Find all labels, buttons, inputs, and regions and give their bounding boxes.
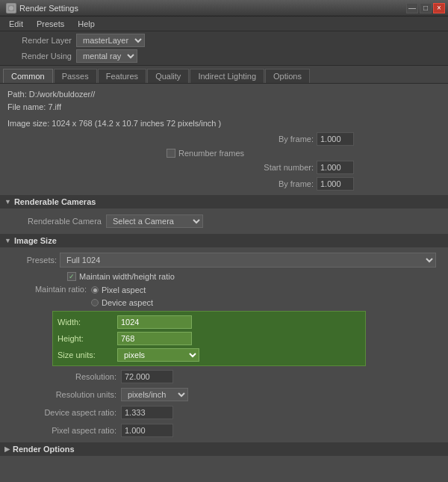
size-units-select[interactable]: pixels	[117, 348, 199, 362]
device-aspect-radio[interactable]	[91, 299, 99, 306]
width-input[interactable]	[117, 315, 192, 329]
resolution-input[interactable]	[121, 370, 173, 383]
maintain-ratio-label2: Maintain ratio:	[12, 285, 87, 294]
device-aspect-ratio-label: Device aspect ratio:	[12, 408, 116, 417]
filename-line: File name: 7.iff	[7, 101, 441, 114]
height-row: Height:	[57, 330, 361, 347]
renumber-frames-label: Renumber frames	[178, 149, 244, 158]
app-icon	[6, 3, 16, 13]
presets-label: Presets:	[12, 256, 57, 265]
tab-passes[interactable]: Passes	[54, 69, 97, 83]
scroll-area[interactable]: Path: D:/work/buldozer// File name: 7.if…	[0, 84, 448, 482]
device-aspect-row: Device aspect	[91, 297, 153, 308]
device-aspect-ratio-row: Device aspect ratio:	[7, 404, 441, 421]
tab-quality[interactable]: Quality	[147, 69, 189, 83]
renderable-camera-select[interactable]: Select a Camera	[106, 214, 203, 228]
render-layer-row: Render Layer masterLayer	[4, 34, 444, 47]
image-size-info: Image size: 1024 x 768 (14.2 x 10.7 inch…	[7, 119, 441, 128]
minimize-button[interactable]: —	[406, 3, 418, 13]
resolution-units-label: Resolution units:	[12, 390, 116, 399]
maximize-button[interactable]: □	[420, 3, 432, 13]
image-size-label: Image Size	[14, 236, 57, 245]
render-options-arrow: ▶	[4, 445, 10, 453]
width-row: Width:	[57, 314, 361, 330]
svg-point-1	[9, 6, 13, 10]
menu-help[interactable]: Help	[72, 18, 101, 30]
tab-options[interactable]: Options	[265, 69, 310, 83]
resolution-units-select[interactable]: pixels/inch	[121, 388, 188, 401]
renderable-camera-row: Renderable Camera Select a Camera	[7, 211, 441, 231]
device-aspect-ratio-input[interactable]	[121, 406, 173, 419]
title-bar: Render Settings — □ ×	[0, 0, 448, 16]
pixel-aspect-ratio-row: Pixel aspect ratio:	[7, 421, 441, 439]
height-label: Height:	[57, 334, 117, 343]
tab-common[interactable]: Common	[3, 69, 53, 83]
green-section: Width: Height: Size units: pixels	[52, 311, 366, 366]
by-frame-label: By frame:	[261, 135, 314, 143]
renderable-cameras-arrow: ▼	[4, 198, 11, 206]
pixel-aspect-label: Pixel aspect	[102, 285, 146, 294]
render-using-select[interactable]: mental ray	[76, 49, 137, 63]
size-units-row: Size units: pixels	[57, 347, 361, 363]
render-using-label: Render Using	[4, 52, 72, 61]
tabs-container: Common Passes Features Quality Indirect …	[0, 66, 448, 84]
device-aspect-label: Device aspect	[102, 298, 153, 307]
image-size-header[interactable]: ▼ Image Size	[0, 234, 448, 247]
maintain-ratio-checkbox[interactable]: ✓	[67, 272, 76, 281]
tab-indirect-lighting[interactable]: Indirect Lighting	[190, 69, 264, 83]
width-label: Width:	[57, 318, 117, 327]
render-layer-select[interactable]: masterLayer	[76, 34, 145, 47]
resolution-label: Resolution:	[12, 372, 116, 381]
renderable-cameras-header[interactable]: ▼ Renderable Cameras	[0, 195, 448, 208]
renderable-camera-label: Renderable Camera	[12, 217, 102, 226]
render-layer-label: Render Layer	[4, 36, 72, 45]
title-buttons: — □ ×	[406, 3, 445, 13]
path-info: Path: D:/work/buldozer// File name: 7.if…	[7, 88, 441, 113]
path-line: Path: D:/work/buldozer//	[7, 88, 441, 101]
window-title: Render Settings	[19, 4, 78, 13]
menu-presets[interactable]: Presets	[31, 18, 70, 30]
height-input[interactable]	[117, 332, 192, 345]
by-frame-input[interactable]	[317, 132, 354, 146]
by-frame-row: By frame:	[7, 131, 358, 147]
image-size-arrow: ▼	[4, 237, 11, 244]
by-frame2-input[interactable]	[317, 177, 354, 191]
renderable-cameras-label: Renderable Cameras	[14, 197, 96, 206]
presets-row: Presets: Full 1024	[7, 250, 441, 270]
pixel-aspect-radio[interactable]	[91, 286, 99, 294]
pixel-aspect-ratio-input[interactable]	[121, 424, 173, 437]
size-units-label: Size units:	[57, 350, 117, 359]
tab-features[interactable]: Features	[98, 69, 146, 83]
renumber-frames-checkbox[interactable]	[167, 149, 175, 158]
render-options-label: Render Options	[13, 445, 75, 454]
filename-value: 7.iff	[48, 102, 61, 111]
render-options-header[interactable]: ▶ Render Options	[0, 442, 448, 456]
resolution-units-row: Resolution units: pixels/inch	[7, 386, 441, 404]
by-frame2-row: By frame:	[7, 176, 358, 192]
path-label: Path:	[7, 90, 27, 99]
scroll-content: Path: D:/work/buldozer// File name: 7.if…	[0, 84, 448, 463]
pixel-aspect-row: Pixel aspect	[91, 285, 153, 295]
render-controls: Render Layer masterLayer Render Using me…	[0, 31, 448, 66]
by-frame2-label: By frame:	[254, 179, 314, 188]
path-value: D:/work/buldozer//	[29, 90, 96, 99]
resolution-row: Resolution:	[7, 368, 441, 386]
render-using-row: Render Using mental ray	[4, 49, 444, 63]
maintain-ratio-label: Maintain width/height ratio	[79, 272, 175, 281]
menu-edit[interactable]: Edit	[3, 18, 29, 30]
presets-select[interactable]: Full 1024	[60, 253, 436, 268]
start-number-input[interactable]	[317, 161, 354, 174]
start-number-row: Start number:	[7, 159, 358, 176]
filename-label: File name:	[7, 102, 46, 111]
start-number-label: Start number:	[254, 163, 314, 172]
close-button[interactable]: ×	[433, 3, 445, 13]
pixel-aspect-ratio-label: Pixel aspect ratio:	[12, 426, 116, 435]
menu-bar: Edit Presets Help	[0, 16, 448, 31]
